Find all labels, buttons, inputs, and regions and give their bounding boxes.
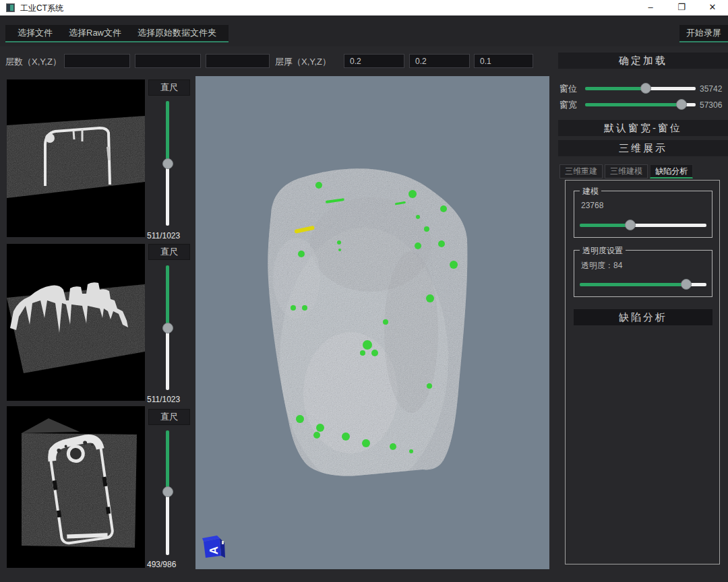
scanned-object [195, 76, 549, 569]
ct-slice-view-1[interactable] [7, 79, 145, 237]
defect-analysis-button[interactable]: 缺陷分析 [574, 309, 712, 325]
confirm-load-button[interactable]: 确定加载 [558, 53, 728, 69]
slice-slider-3[interactable] [162, 430, 174, 555]
layers-label: 层数（X,Y,Z） [5, 56, 61, 68]
ruler-button-3[interactable]: 直尺 [148, 409, 190, 425]
select-raw-file-button[interactable]: 选择Raw文件 [61, 25, 129, 41]
window-width-label: 窗宽 [559, 99, 582, 111]
close-button[interactable]: ✕ [697, 0, 728, 15]
opacity-group: 透明度设置 透明度：84 [574, 250, 712, 297]
window-level-value: 35742 [700, 84, 728, 94]
layers-x-input[interactable] [64, 54, 130, 68]
default-window-button[interactable]: 默认窗宽-窗位 [558, 120, 728, 136]
tab-3d-reconstruction[interactable]: 三维重建 [559, 164, 603, 179]
opacity-group-legend: 透明度设置 [580, 245, 626, 257]
thickness-label: 层厚（X,Y,Z） [275, 56, 331, 68]
slice-counter-3: 493/986 [147, 560, 194, 569]
ct-slice-view-2[interactable] [7, 244, 145, 401]
slice-slider-1[interactable] [162, 101, 174, 226]
window-width-slider[interactable] [585, 99, 696, 110]
slider-handle[interactable] [676, 99, 687, 110]
ruler-button-2[interactable]: 直尺 [148, 244, 190, 260]
layers-y-input[interactable] [135, 54, 201, 68]
tab-defect-analysis[interactable]: 缺陷分析 [650, 164, 693, 179]
modeling-group-legend: 建模 [580, 186, 601, 197]
thickness-x-input[interactable] [344, 54, 404, 68]
tab-3d-modeling[interactable]: 三维建模 [605, 164, 648, 179]
orientation-cube[interactable]: A [202, 536, 225, 558]
toolbar: 选择文件 选择Raw文件 选择原始数据文件夹 开始录屏 [0, 15, 728, 46]
file-button-group: 选择文件 选择Raw文件 选择原始数据文件夹 [5, 25, 229, 42]
maximize-button[interactable]: ❐ [666, 0, 697, 15]
3d-viewport[interactable]: A [195, 76, 549, 569]
slider-handle[interactable] [640, 83, 651, 94]
ct-slice-view-3[interactable] [7, 406, 145, 568]
window-title: 工业CT系统 [20, 3, 63, 14]
3d-display-button[interactable]: 三维展示 [558, 140, 728, 156]
defect-analysis-panel: 建模 23768 透明度设置 透明度：84 缺陷分析 [565, 180, 720, 564]
slider-handle[interactable] [681, 279, 692, 290]
thickness-z-input[interactable] [474, 54, 533, 68]
select-raw-data-folder-button[interactable]: 选择原始数据文件夹 [129, 25, 224, 41]
opacity-value: 透明度：84 [581, 260, 622, 271]
slider-handle[interactable] [625, 220, 636, 230]
thickness-y-input[interactable] [409, 54, 470, 68]
slider-handle[interactable] [162, 158, 173, 169]
minimize-button[interactable]: – [635, 0, 666, 15]
slider-handle[interactable] [162, 323, 173, 333]
start-recording-button[interactable]: 开始录屏 [679, 25, 728, 42]
layers-z-input[interactable] [206, 54, 270, 68]
window-level-label: 窗位 [559, 83, 582, 95]
modeling-slider[interactable] [580, 220, 706, 230]
cube-face-letter: A [208, 546, 220, 554]
window-level-slider[interactable] [585, 83, 696, 94]
ruler-button-1[interactable]: 直尺 [148, 79, 190, 96]
slice-counter-1: 511/1023 [147, 231, 194, 240]
slider-track [580, 224, 706, 227]
slice-counter-2: 511/1023 [147, 395, 194, 404]
title-bar: 工业CT系统 – ❐ ✕ [0, 0, 728, 15]
analysis-tab-bar: 三维重建 三维建模 缺陷分析 [559, 164, 693, 179]
window-width-value: 57306 [700, 100, 728, 110]
app-icon [6, 3, 15, 12]
select-file-button[interactable]: 选择文件 [9, 25, 61, 41]
modeling-value: 23768 [581, 201, 603, 210]
opacity-slider[interactable] [580, 279, 706, 290]
slider-handle[interactable] [162, 486, 173, 497]
modeling-group: 建模 23768 [574, 191, 712, 238]
slice-slider-2[interactable] [162, 265, 174, 390]
